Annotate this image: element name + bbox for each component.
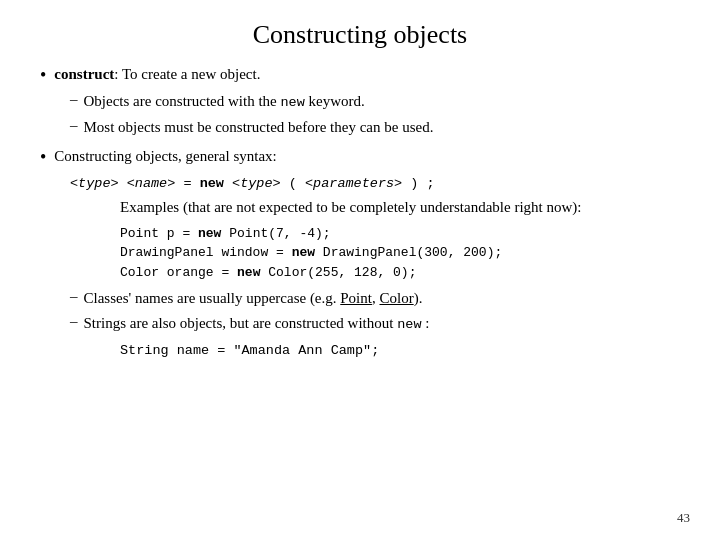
slide-title: Constructing objects bbox=[40, 20, 680, 50]
sub-text-strings: Strings are also objects, but are constr… bbox=[84, 313, 430, 335]
syntax-new: new bbox=[200, 176, 224, 191]
slide: Constructing objects • construct: To cre… bbox=[0, 0, 720, 540]
code-block: Point p = new Point(7, -4); DrawingPanel… bbox=[120, 224, 680, 283]
sub-item-1-1: – Objects are constructed with the new k… bbox=[70, 91, 680, 113]
page-number: 43 bbox=[677, 510, 690, 526]
sub-item-string-code: String name = "Amanda Ann Camp"; bbox=[70, 341, 680, 361]
code-line1-post: Point(7, -4); bbox=[221, 226, 330, 241]
dash-classes: – bbox=[70, 288, 78, 305]
construct-keyword: construct bbox=[54, 66, 114, 82]
new-keyword-1: new bbox=[281, 95, 305, 110]
syntax-name: <name> bbox=[127, 176, 176, 191]
bullet-dot-2: • bbox=[40, 146, 46, 169]
new-kw-2: new bbox=[292, 245, 315, 260]
syntax-equals: = bbox=[183, 176, 199, 191]
code-line2-post: DrawingPanel(300, 200); bbox=[315, 245, 502, 260]
sub-text-1-2: Most objects must be constructed before … bbox=[84, 117, 434, 138]
dash-1-2: – bbox=[70, 117, 78, 134]
new-kw-strings: new bbox=[397, 317, 421, 332]
code-line1-pre: Point p = bbox=[120, 226, 198, 241]
main-list: • construct: To create a new object. – O… bbox=[40, 64, 680, 361]
new-kw-3: new bbox=[237, 265, 260, 280]
sub-text-classes: Classes' names are usually uppercase (e.… bbox=[84, 288, 423, 309]
bullet-2-text: Constructing objects, general syntax: bbox=[54, 146, 276, 167]
bullet-1-text: construct: To create a new object. bbox=[54, 64, 260, 85]
string-code: String name = "Amanda Ann Camp"; bbox=[120, 343, 379, 358]
syntax-line: <type> <name> = new <type> ( <parameters… bbox=[70, 176, 680, 191]
sub-item-classes: – Classes' names are usually uppercase (… bbox=[70, 288, 680, 309]
bullet-item-2: • Constructing objects, general syntax: … bbox=[40, 146, 680, 361]
code-line3-pre: Color orange = bbox=[120, 265, 237, 280]
bullet-item-1: • construct: To create a new object. – O… bbox=[40, 64, 680, 138]
syntax-paren1: ( bbox=[289, 176, 305, 191]
bullet-2-sublist: Examples (that are not expected to be co… bbox=[40, 197, 680, 362]
bullet-1-sublist: – Objects are constructed with the new k… bbox=[40, 91, 680, 138]
string-code-line: String name = "Amanda Ann Camp"; bbox=[120, 341, 680, 361]
code-line3-post: Color(255, 128, 0); bbox=[260, 265, 416, 280]
syntax-type2: <type> bbox=[232, 176, 281, 191]
code-line-3: Color orange = new Color(255, 128, 0); bbox=[120, 263, 680, 283]
bullet-1-rest: : To create a new object. bbox=[114, 66, 260, 82]
code-line2-pre: DrawingPanel window = bbox=[120, 245, 292, 260]
dash-1-1: – bbox=[70, 91, 78, 108]
new-kw-1: new bbox=[198, 226, 221, 241]
examples-intro: Examples (that are not expected to be co… bbox=[120, 197, 680, 218]
code-line-1: Point p = new Point(7, -4); bbox=[120, 224, 680, 244]
sub-item-examples: Examples (that are not expected to be co… bbox=[70, 197, 680, 283]
syntax-type1: <type> bbox=[70, 176, 119, 191]
color-ref: Color bbox=[379, 290, 413, 306]
syntax-paren2: ) ; bbox=[410, 176, 434, 191]
bullet-dot-1: • bbox=[40, 64, 46, 87]
sub-text-1-1: Objects are constructed with the new key… bbox=[84, 91, 365, 113]
dash-strings: – bbox=[70, 313, 78, 330]
sub-item-strings: – Strings are also objects, but are cons… bbox=[70, 313, 680, 335]
sub-item-1-2: – Most objects must be constructed befor… bbox=[70, 117, 680, 138]
point-ref: Point bbox=[340, 290, 372, 306]
code-line-2: DrawingPanel window = new DrawingPanel(3… bbox=[120, 243, 680, 263]
syntax-params: <parameters> bbox=[305, 176, 402, 191]
